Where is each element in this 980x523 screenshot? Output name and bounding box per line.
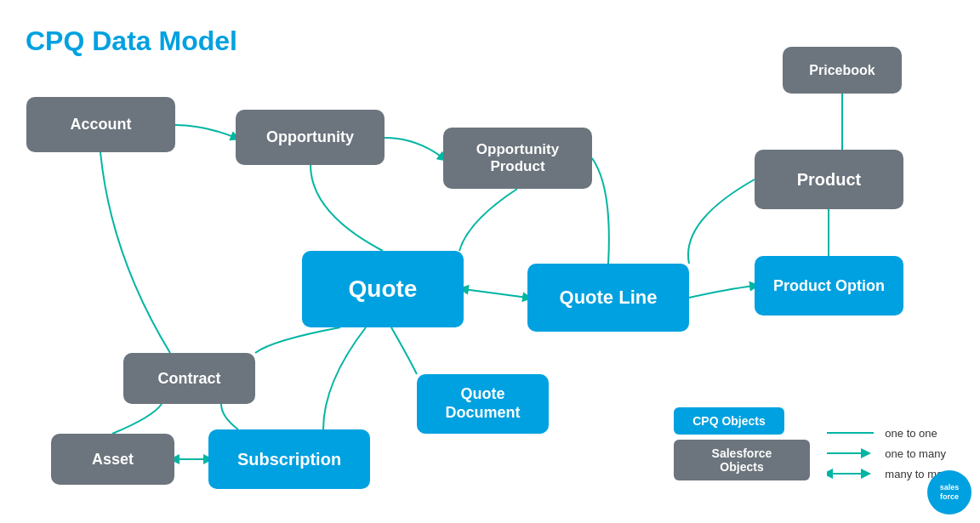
node-subscription: Subscription [208, 429, 370, 489]
legend-one-to-one-label: one to one [885, 427, 937, 440]
node-account: Account [26, 97, 175, 152]
node-pricebook: Pricebook [783, 47, 902, 94]
legend: CPQ Objects Salesforce Objects [674, 407, 810, 480]
one-to-many-icon [827, 446, 878, 460]
node-product: Product [755, 150, 903, 209]
salesforce-logo: salesforce [927, 470, 971, 514]
legend-lines: one to one one to many many to [827, 426, 954, 480]
node-quote-doc: QuoteDocument [417, 374, 549, 434]
many-to-many-icon [827, 467, 878, 480]
legend-one-to-one: one to one [827, 426, 954, 440]
node-opportunity: Opportunity [236, 110, 385, 165]
node-contract: Contract [123, 353, 255, 404]
node-quote: Quote [302, 251, 464, 327]
page-title: CPQ Data Model [26, 26, 237, 57]
legend-one-to-many: one to many [827, 446, 954, 460]
one-to-one-icon [827, 426, 878, 440]
node-quote-line: Quote Line [527, 264, 689, 332]
legend-cpq: CPQ Objects [674, 407, 784, 435]
legend-sf: Salesforce Objects [674, 440, 810, 480]
legend-one-to-many-label: one to many [885, 447, 946, 460]
node-prod-option: Product Option [755, 256, 903, 316]
node-asset: Asset [51, 434, 174, 485]
node-opp-product: OpportunityProduct [443, 128, 592, 189]
